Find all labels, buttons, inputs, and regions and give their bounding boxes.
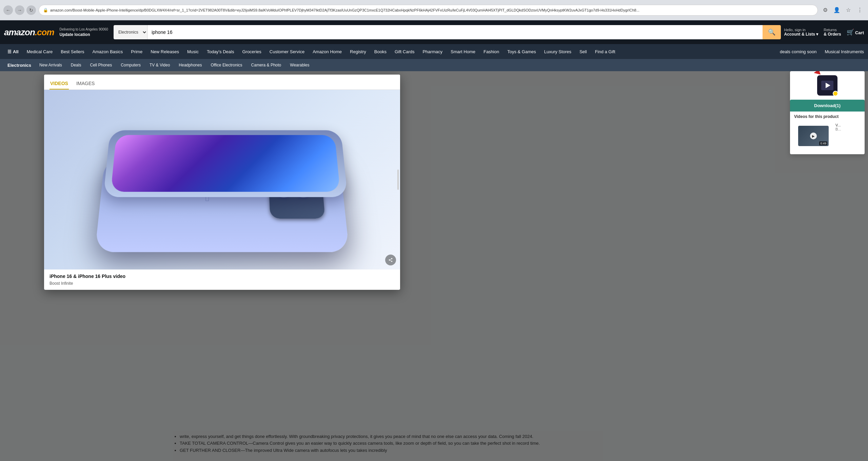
- nav-item-customer-service[interactable]: Customer Service: [266, 46, 308, 57]
- search-container: Electronics All Books 🔍: [114, 25, 781, 39]
- nav-item-new-releases[interactable]: New Releases: [147, 46, 182, 57]
- nav-item-pharmacy[interactable]: Pharmacy: [419, 46, 446, 57]
- nav-item-luxury[interactable]: Luxury Stores: [541, 46, 575, 57]
- nav-item-registry[interactable]: Registry: [347, 46, 370, 57]
- nav-item-groceries[interactable]: Groceries: [239, 46, 264, 57]
- amazon-header: amazon.com Delivering to Los Angeles 900…: [0, 20, 868, 44]
- thumb-subtitle: B...: [835, 127, 861, 131]
- accent-circle: [833, 91, 838, 96]
- download-button[interactable]: Download(1): [790, 100, 865, 112]
- sub-nav: Electronics New Arrivals Deals Cell Phon…: [0, 59, 868, 71]
- iphone-screen: [111, 135, 340, 192]
- tab-videos[interactable]: VIDEOS: [50, 78, 69, 89]
- browser-controls: ← → ↻: [3, 5, 36, 15]
- extensions-button[interactable]: ⚙: [821, 5, 830, 15]
- amazon-logo[interactable]: amazon.com: [4, 27, 54, 38]
- svg-marker-0: [814, 71, 821, 75]
- nav-item-bestsellers[interactable]: Best Sellers: [57, 46, 87, 57]
- nav-item-basics[interactable]: Amazon Basics: [89, 46, 126, 57]
- search-input[interactable]: [147, 25, 763, 39]
- delivery-line1: Delivering to Los Angeles 90060: [60, 27, 108, 32]
- video-container: : [44, 90, 400, 269]
- nav-all-button[interactable]: ☰ All: [4, 46, 22, 57]
- video-thumbnail[interactable]: ▶ 0:49: [798, 126, 829, 146]
- nav-item-toys[interactable]: Toys & Games: [504, 46, 539, 57]
- nav-item-medical[interactable]: Medical Care: [23, 46, 56, 57]
- search-category-select[interactable]: Electronics All Books: [114, 25, 147, 39]
- header-right: Hello, sign in Account & Lists ▾ Returns…: [784, 28, 864, 37]
- nav-item-music[interactable]: Music: [184, 46, 202, 57]
- nav-item-sell[interactable]: Sell: [576, 46, 590, 57]
- videos-section-title: Videos for this product: [790, 112, 865, 120]
- right-panel: Download(1) Videos for this product ▶ 0:…: [790, 71, 865, 154]
- video-thumb-label: V... B...: [835, 123, 861, 131]
- browser-chrome: ← → ↻ 🔒 amazon.com/Boost-Mobile-Apple-iP…: [0, 0, 868, 20]
- sub-nav-new-arrivals[interactable]: New Arrivals: [35, 61, 66, 69]
- sub-nav-tv-video[interactable]: TV & Video: [145, 61, 174, 69]
- video-caption: iPhone 16 & iPhone 16 Plus video: [44, 269, 400, 281]
- bookmark-button[interactable]: ☆: [844, 5, 853, 15]
- returns-link[interactable]: Returns & Orders: [824, 28, 841, 37]
- delivery-info[interactable]: Delivering to Los Angeles 90060 Update l…: [58, 26, 110, 39]
- search-button[interactable]: 🔍: [763, 25, 781, 39]
- product-image: : [86, 112, 358, 247]
- sub-nav-wearables[interactable]: Wearables: [286, 61, 313, 69]
- nav-item-gift-cards[interactable]: Gift Cards: [391, 46, 418, 57]
- url-text: amazon.com/Boost-Mobile-Apple-iPhone-Int…: [50, 8, 813, 12]
- play-triangle: [826, 83, 830, 88]
- arrow-container: [790, 71, 831, 82]
- iphone-front-body: [103, 130, 348, 197]
- sub-nav-cell-phones[interactable]: Cell Phones: [86, 61, 116, 69]
- sub-nav-camera[interactable]: Camera & Photo: [247, 61, 285, 69]
- arrow-indicator: [790, 71, 831, 81]
- share-button[interactable]: [385, 255, 396, 265]
- forward-button[interactable]: →: [15, 5, 24, 15]
- account-link[interactable]: Hello, sign in Account & Lists ▾: [784, 28, 818, 37]
- thumb-title: V...: [835, 123, 861, 127]
- sub-nav-office[interactable]: Office Electronics: [206, 61, 246, 69]
- nav-bar: ☰ All Medical Care Best Sellers Amazon B…: [0, 44, 868, 59]
- thumb-duration: 0:49: [819, 141, 827, 145]
- profile-button[interactable]: 👤: [832, 5, 842, 15]
- nav-item-amazon-home[interactable]: Amazon Home: [309, 46, 345, 57]
- modal-tabs: VIDEOS IMAGES: [44, 75, 400, 90]
- video-modal: VIDEOS IMAGES : [44, 75, 400, 290]
- nav-item-smart-home[interactable]: Smart Home: [447, 46, 479, 57]
- sub-nav-deals[interactable]: Deals: [67, 61, 85, 69]
- menu-button[interactable]: ⋮: [855, 5, 865, 15]
- thumb-play-button[interactable]: ▶: [810, 133, 817, 139]
- tab-images[interactable]: IMAGES: [76, 78, 95, 89]
- address-bar[interactable]: 🔒 amazon.com/Boost-Mobile-Apple-iPhone-I…: [39, 5, 818, 16]
- delivery-line2: Update location: [60, 32, 108, 38]
- nav-item-find-gift[interactable]: Find a Gift: [592, 46, 619, 57]
- nav-item-fashion[interactable]: Fashion: [480, 46, 502, 57]
- cart-link[interactable]: 🛒 Cart: [847, 28, 864, 36]
- nav-item-prime[interactable]: Prime: [127, 46, 146, 57]
- nav-item-books[interactable]: Books: [371, 46, 390, 57]
- sub-nav-headphones[interactable]: Headphones: [175, 61, 206, 69]
- reload-button[interactable]: ↻: [26, 5, 36, 15]
- nav-deals-soon: deals coming soon: [780, 49, 816, 54]
- nav-musical-instruments[interactable]: Musical Instruments: [825, 49, 864, 54]
- video-source: Boost Infinite: [44, 281, 400, 290]
- nav-item-deals[interactable]: Today's Deals: [203, 46, 238, 57]
- sub-nav-label: Electronics: [4, 61, 35, 70]
- video-thumbnail-row: ▶ 0:49 V... B...: [790, 120, 865, 152]
- back-button[interactable]: ←: [3, 5, 13, 15]
- main-content: write, express yourself, and get things …: [0, 71, 868, 461]
- browser-icons: ⚙ 👤 ☆ ⋮: [821, 5, 865, 15]
- modal-scrollbar[interactable]: [397, 169, 399, 190]
- sub-nav-computers[interactable]: Computers: [117, 61, 145, 69]
